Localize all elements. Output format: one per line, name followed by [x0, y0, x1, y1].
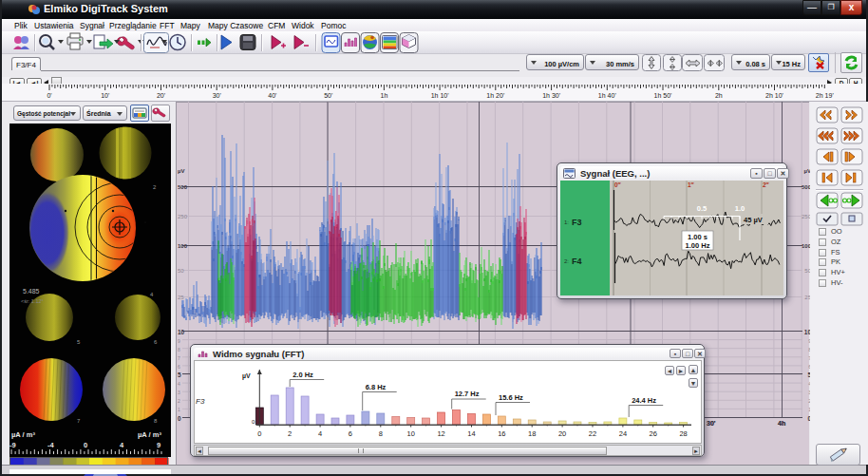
- svg-text:8: 8: [154, 418, 158, 424]
- svg-text:2h: 2h: [715, 92, 723, 99]
- svg-text:40': 40': [268, 92, 276, 99]
- svg-text:1h: 1h: [381, 92, 388, 99]
- svg-text:µA / m³: µA / m³: [138, 430, 161, 439]
- svg-text:0: 0: [84, 441, 87, 449]
- svg-text:7: 7: [77, 418, 81, 424]
- svg-text:2h 10': 2h 10': [765, 92, 783, 99]
- svg-text:µA / m³: µA / m³: [11, 430, 35, 439]
- svg-text:4: 4: [120, 441, 124, 449]
- svg-text:1h 20': 1h 20': [486, 92, 504, 99]
- svg-text:1h 30': 1h 30': [542, 92, 560, 99]
- svg-text:-9: -9: [9, 441, 16, 449]
- svg-text:6: 6: [154, 339, 158, 345]
- svg-text:0': 0': [47, 92, 51, 99]
- svg-text:1h 40': 1h 40': [598, 92, 616, 99]
- svg-text:<śr: 1.12°: <śr: 1.12°: [21, 298, 44, 304]
- svg-text:2: 2: [153, 184, 157, 190]
- svg-text:4: 4: [150, 292, 154, 297]
- svg-text:30': 30': [213, 92, 221, 99]
- svg-text:50': 50': [324, 92, 332, 99]
- svg-text:2h 19': 2h 19': [816, 92, 834, 99]
- svg-text:1h 50': 1h 50': [654, 92, 672, 99]
- svg-text:20': 20': [157, 92, 165, 99]
- svg-text:5.485: 5.485: [23, 288, 40, 295]
- svg-text:10': 10': [101, 92, 109, 99]
- svg-text:5: 5: [77, 339, 81, 345]
- svg-text:9: 9: [157, 441, 160, 449]
- svg-text:-4: -4: [47, 441, 54, 449]
- svg-text:1h 10': 1h 10': [431, 92, 449, 99]
